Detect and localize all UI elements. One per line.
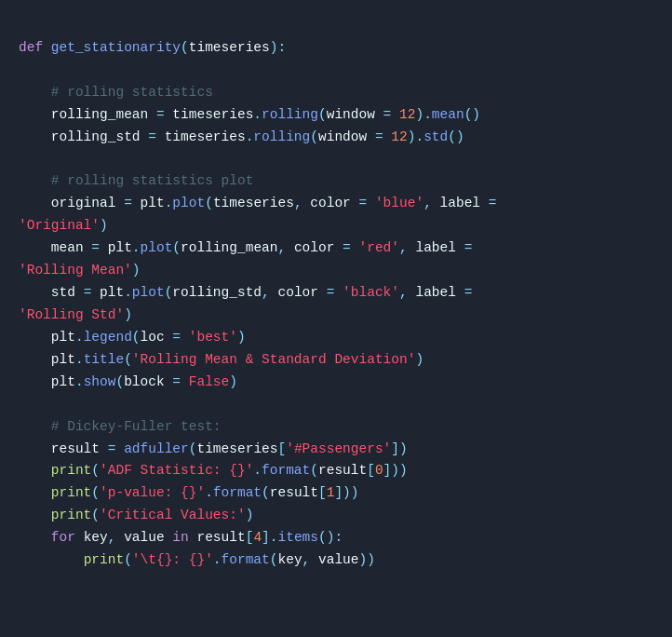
paren-4: () [464,107,480,122]
eq-1: = [156,107,165,122]
param-window-2: window [318,129,367,144]
var-timeseries-1: timeseries [172,107,253,122]
bracket-8: ] [262,530,270,545]
dot-12: . [205,485,213,500]
code-editor: def get_stationarity(timeseries): # roll… [0,0,672,637]
param-label-2: label [415,240,456,255]
var-plt-5: plt [51,352,75,367]
str-best: 'best' [189,330,237,345]
var-std: std [51,285,75,300]
str-blue: 'blue' [375,196,423,210]
method-title: title [84,352,125,367]
str-title: 'Rolling Mean & Standard Deviation' [132,352,416,367]
paren-33: )) [359,552,375,567]
var-plt-4: plt [51,330,75,345]
bracket-4: ] [383,463,392,478]
keyword-def: def [19,40,51,55]
var-key: key [84,530,108,545]
var-mean: mean [51,240,84,255]
paren-25: ( [91,485,100,500]
method-plot-3: plot [132,285,165,300]
var-result-1: result [318,463,367,478]
str-black: 'black' [343,285,399,300]
method-items: items [278,530,319,545]
eq-9: = [343,240,351,255]
var-rolling-std-2: rolling_std [172,285,262,300]
str-passengers: '#Passengers' [286,441,391,456]
str-rolling-std: 'Rolling Std' [19,307,124,322]
method-format-3: format [222,552,270,567]
method-format-2: format [213,485,262,500]
param-color-2: color [294,240,335,255]
eq-6: = [359,196,368,210]
var-timeseries-3: timeseries [213,196,294,210]
code-content: def get_stationarity(timeseries): # roll… [19,15,653,594]
var-plt-1: plt [141,196,165,210]
paren-open: ( [181,40,189,55]
paren-10: ( [172,240,181,255]
bracket-3: [ [367,463,375,478]
str-format-key: '\t{}: {}' [132,552,213,567]
var-result-2: result [270,485,318,500]
str-critical: 'Critical Values:' [100,508,246,522]
method-plot-2: plot [141,240,173,255]
fn-print-2: print [51,485,92,500]
method-rolling-1: rolling [262,107,318,122]
comment-rolling-stats: # rolling statistics [51,85,213,100]
paren-9: ) [100,218,108,233]
colon: : [277,40,286,55]
keyword-in: in [172,530,188,545]
str-adf: 'ADF Statistic: {}' [100,463,253,478]
var-value: value [124,530,165,545]
keyword-for: for [51,530,75,545]
var-rolling-std: rolling_std [51,129,141,144]
num-4: 4 [253,530,262,545]
paren-27: )) [343,485,358,500]
var-plt-3: plt [100,285,124,300]
comma-5: , [262,285,270,300]
str-rolling-mean: 'Rolling Mean' [19,263,132,278]
eq-8: = [91,240,100,255]
dot-7: . [124,285,132,300]
method-mean: mean [432,107,464,122]
eq-14: = [172,330,181,345]
bool-false: False [189,374,230,389]
num-0: 0 [375,463,383,478]
comma-6: , [399,285,408,300]
eq-4: = [375,129,383,144]
eq-7: = [489,196,497,210]
var-timeseries-2: timeseries [165,129,246,144]
comma-8: , [302,552,311,567]
param-timeseries: timeseries [189,40,270,55]
comma-4: , [399,240,408,255]
var-timeseries-4: timeseries [196,441,277,456]
paren-5: ( [310,129,318,144]
eq-15: = [172,374,181,389]
paren-14: ( [132,330,141,345]
dot-9: . [75,352,84,367]
num-12-1: 12 [399,107,415,122]
paren-7: () [448,129,464,144]
paren-30: () [318,530,334,545]
colon-2: : [334,530,343,545]
var-rolling-mean: rolling_mean [51,107,148,122]
fn-adfuller: adfuller [124,441,189,456]
param-loc: loc [141,330,165,345]
method-show: show [84,374,116,389]
paren-15: ) [237,330,246,345]
dot-14: . [213,552,222,567]
paren-26: ( [262,485,270,500]
paren-11: ) [132,263,141,278]
param-window-1: window [327,107,375,122]
comment-dickey: # Dickey-Fuller test: [51,419,222,434]
paren-3: ) [415,107,423,122]
method-format-1: format [262,463,310,478]
paren-19: ) [229,374,237,389]
paren-13: ) [124,307,132,322]
comma-1: , [294,196,302,210]
var-result-3: result [196,530,245,545]
paren-22: ( [91,463,100,478]
bracket-5: [ [318,485,327,500]
paren-21: ) [399,441,408,456]
paren-18: ( [115,374,124,389]
